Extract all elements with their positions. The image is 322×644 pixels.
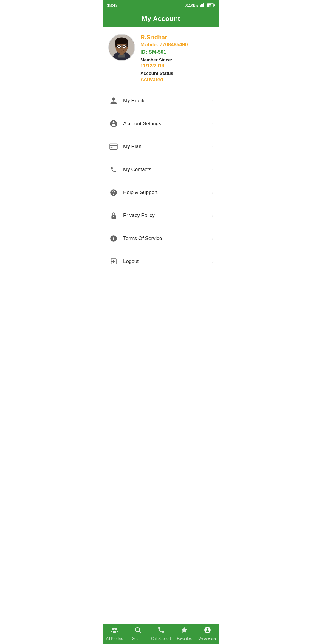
group-icon: [110, 626, 119, 635]
phone-icon: [108, 164, 119, 175]
chevron-right-icon: ›: [212, 190, 214, 196]
menu-item-my-profile[interactable]: My Profile ›: [103, 89, 219, 112]
carrier-icon: [200, 3, 205, 8]
profile-name: R.Sridhar: [140, 34, 188, 41]
terms-of-service-label: Terms Of Service: [123, 236, 212, 242]
menu-item-logout[interactable]: Logout ›: [103, 250, 219, 273]
favorites-nav-label: Favorites: [177, 637, 191, 641]
profile-member-since-label: Member Since:: [140, 57, 188, 62]
menu-list: My Profile › Account Settings › My Plan …: [103, 89, 219, 448]
lock-icon: [108, 210, 119, 221]
account-circle-icon: [108, 118, 119, 129]
svg-line-22: [126, 46, 128, 46]
search-nav-label: Search: [132, 637, 143, 641]
page-title: My Account: [142, 15, 180, 22]
network-speed: ...0.1KB/s: [183, 4, 198, 7]
logout-icon: [108, 256, 119, 267]
my-account-icon: [204, 626, 211, 636]
account-settings-label: Account Settings: [123, 121, 212, 127]
svg-text:48: 48: [208, 4, 211, 7]
svg-rect-26: [111, 147, 113, 148]
my-plan-label: My Plan: [123, 144, 212, 150]
status-icons: ...0.1KB/s 48: [183, 3, 215, 8]
chevron-right-icon: ›: [212, 213, 214, 219]
page-header: My Account: [103, 11, 219, 27]
help-icon: [108, 187, 119, 198]
content-spacer: [103, 448, 219, 624]
my-account-nav-label: My Account: [198, 637, 217, 641]
my-contacts-label: My Contacts: [123, 167, 212, 173]
chevron-right-icon: ›: [212, 258, 214, 265]
svg-rect-3: [203, 3, 204, 7]
svg-rect-1: [201, 4, 202, 7]
svg-line-32: [139, 631, 141, 633]
svg-point-28: [113, 216, 114, 217]
svg-rect-0: [200, 5, 201, 7]
profile-info: R.Sridhar Mobile: 7708485490 ID: SM-501 …: [140, 34, 188, 83]
menu-item-help-support[interactable]: Help & Support ›: [103, 181, 219, 204]
credit-card-icon: [108, 141, 119, 152]
help-support-label: Help & Support: [123, 190, 212, 196]
star-icon: [180, 626, 188, 635]
logout-label: Logout: [123, 258, 212, 264]
profile-member-date: 11/12/2019: [140, 63, 188, 69]
nav-all-profiles[interactable]: All Profiles: [103, 626, 126, 641]
my-profile-label: My Profile: [123, 98, 212, 104]
svg-point-18: [118, 46, 120, 47]
menu-item-my-plan[interactable]: My Plan ›: [103, 135, 219, 158]
svg-rect-25: [110, 145, 117, 146]
svg-point-29: [112, 628, 114, 630]
call-icon: [157, 626, 165, 635]
menu-item-terms-of-service[interactable]: Terms Of Service ›: [103, 227, 219, 250]
svg-rect-24: [110, 144, 117, 150]
svg-point-31: [135, 628, 140, 632]
menu-item-privacy-policy[interactable]: Privacy Policy ›: [103, 204, 219, 227]
chevron-right-icon: ›: [212, 98, 214, 104]
battery-icon: 48: [207, 3, 215, 7]
svg-point-19: [123, 46, 125, 47]
nav-favorites[interactable]: Favorites: [173, 626, 196, 641]
svg-line-21: [115, 46, 117, 46]
profile-mobile: Mobile: 7708485490: [140, 42, 188, 48]
nav-call-support[interactable]: Call Support: [149, 626, 173, 641]
nav-search[interactable]: Search: [126, 626, 149, 641]
nav-my-account[interactable]: My Account: [196, 626, 219, 641]
call-support-nav-label: Call Support: [151, 637, 171, 641]
menu-item-account-settings[interactable]: Account Settings ›: [103, 112, 219, 135]
bottom-navigation: All Profiles Search Call Support Favorit…: [103, 624, 219, 644]
avatar: [108, 34, 135, 61]
svg-point-30: [114, 628, 117, 630]
person-icon: [108, 95, 119, 106]
chevron-right-icon: ›: [212, 121, 214, 127]
svg-point-13: [115, 38, 128, 44]
info-icon: [108, 233, 119, 244]
profile-id: ID: SM-501: [140, 49, 188, 55]
status-bar: 18:43 ...0.1KB/s 48: [103, 0, 219, 11]
chevron-right-icon: ›: [212, 167, 214, 173]
chevron-right-icon: ›: [212, 144, 214, 150]
svg-rect-5: [214, 4, 215, 6]
all-profiles-nav-label: All Profiles: [106, 637, 123, 641]
profile-status-label: Account Status:: [140, 71, 188, 76]
svg-rect-2: [202, 4, 203, 7]
svg-point-23: [121, 48, 123, 49]
profile-status-value: Activated: [140, 77, 188, 83]
profile-card: R.Sridhar Mobile: 7708485490 ID: SM-501 …: [103, 27, 219, 89]
chevron-right-icon: ›: [212, 236, 214, 242]
status-time: 18:43: [107, 3, 118, 8]
privacy-policy-label: Privacy Policy: [123, 213, 212, 219]
menu-item-my-contacts[interactable]: My Contacts ›: [103, 158, 219, 181]
search-icon: [134, 626, 141, 635]
